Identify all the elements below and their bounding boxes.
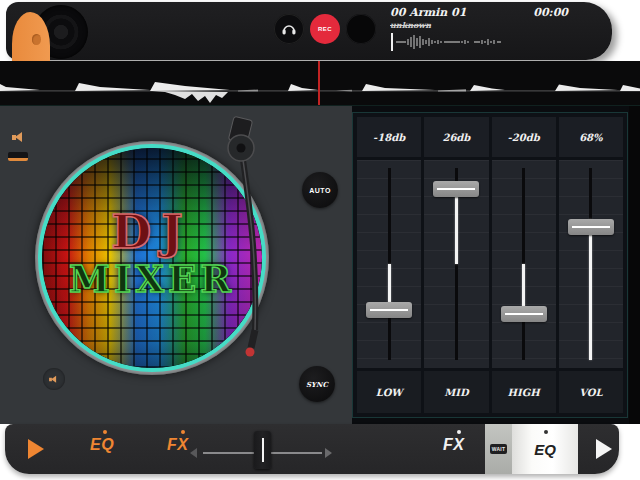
panel-right-edge xyxy=(629,106,640,424)
eq-left-tab[interactable]: EQ xyxy=(90,436,114,454)
crossfader-right-arrow-icon[interactable] xyxy=(325,448,332,458)
deck-area: DJ MIXER AUTO SYNC -18db 26db xyxy=(0,106,640,424)
track-title: 00 Armin 01 xyxy=(390,6,466,19)
record-monitor-button[interactable] xyxy=(346,14,376,44)
slider-handle[interactable] xyxy=(366,302,412,318)
track-info: 00 Armin 01 00:00 unknown xyxy=(390,6,568,51)
eq-slider-vol[interactable] xyxy=(559,160,623,368)
slider-fill xyxy=(589,219,592,360)
bottom-bar: EQ FX FX WAIT EQ xyxy=(5,424,619,474)
auto-label: AUTO xyxy=(309,187,331,194)
slider-handle[interactable] xyxy=(433,181,479,197)
app-logo xyxy=(6,4,126,62)
eq-right-label: EQ xyxy=(534,441,556,458)
fx-left-tab[interactable]: FX xyxy=(167,436,188,454)
eq-label-vol: VOL xyxy=(559,371,623,413)
eq-right-indicator-dot xyxy=(544,430,548,434)
disc-title-line2: MIXER xyxy=(69,262,235,296)
sync-button[interactable]: SYNC xyxy=(299,366,335,402)
playhead-line xyxy=(318,61,320,106)
rec-button[interactable]: REC xyxy=(310,14,340,44)
elapsed-time: 00:00 xyxy=(533,6,568,19)
eq-panel: -18db 26db -20db 68% xyxy=(352,112,628,418)
waveform-strip[interactable] xyxy=(0,61,640,106)
headphones-button[interactable] xyxy=(274,14,304,44)
eq-value-vol: 68% xyxy=(559,117,623,157)
eq-value-low: -18db xyxy=(357,117,421,157)
speaker-icon xyxy=(49,375,59,383)
wait-label: WAIT xyxy=(490,444,508,454)
dj-mixer-app: REC 00 Armin 01 00:00 unknown xyxy=(0,0,640,480)
play-button-right[interactable] xyxy=(596,439,612,459)
deck-volume-indicator xyxy=(12,132,26,143)
turntable-disc[interactable]: DJ MIXER xyxy=(35,141,269,375)
slider-handle[interactable] xyxy=(568,219,614,235)
eq-value-mid: 26db xyxy=(424,117,488,157)
disc-artwork: DJ MIXER xyxy=(42,148,262,368)
eq-slider-low[interactable] xyxy=(357,160,421,368)
eq-label-high: HIGH xyxy=(492,371,556,413)
slider-handle[interactable] xyxy=(501,306,547,322)
headphones-icon xyxy=(281,22,297,36)
track-artist: unknown xyxy=(390,20,568,30)
eq-slider-high[interactable] xyxy=(492,160,556,368)
wait-tab[interactable]: WAIT xyxy=(485,424,512,474)
eq-left-indicator-dot xyxy=(103,430,107,434)
play-button-left[interactable] xyxy=(28,439,44,459)
disc-teal-ring: DJ MIXER xyxy=(38,144,266,372)
slider-fill xyxy=(455,189,458,264)
crossfader-left-arrow-icon[interactable] xyxy=(190,448,197,458)
mini-waveform-icon xyxy=(390,33,520,51)
fx-left-indicator-dot xyxy=(181,430,185,434)
top-bar: REC 00 Armin 01 00:00 unknown xyxy=(6,2,612,60)
fx-right-tab[interactable]: FX xyxy=(443,436,464,454)
mini-waveform-cursor xyxy=(391,33,393,51)
eq-slider-mid[interactable] xyxy=(424,160,488,368)
waveform-icon xyxy=(0,61,640,106)
sync-label: SYNC xyxy=(306,380,328,389)
deck-volume-gauge[interactable] xyxy=(8,152,28,161)
eq-label-low: LOW xyxy=(357,371,421,413)
eq-right-tab-selected[interactable]: EQ xyxy=(512,424,578,474)
mini-waveform[interactable] xyxy=(390,33,520,51)
disc-title-line1: DJ xyxy=(111,212,193,252)
eq-value-high: -20db xyxy=(492,117,556,157)
crossfader-handle[interactable] xyxy=(254,431,271,469)
fx-right-indicator-dot xyxy=(457,430,461,434)
auto-button[interactable]: AUTO xyxy=(302,172,338,208)
logo-ear-icon xyxy=(32,34,41,45)
eq-label-mid: MID xyxy=(424,371,488,413)
speaker-icon xyxy=(12,132,26,143)
rec-label: REC xyxy=(318,26,332,32)
cue-monitor-button[interactable] xyxy=(43,368,65,390)
